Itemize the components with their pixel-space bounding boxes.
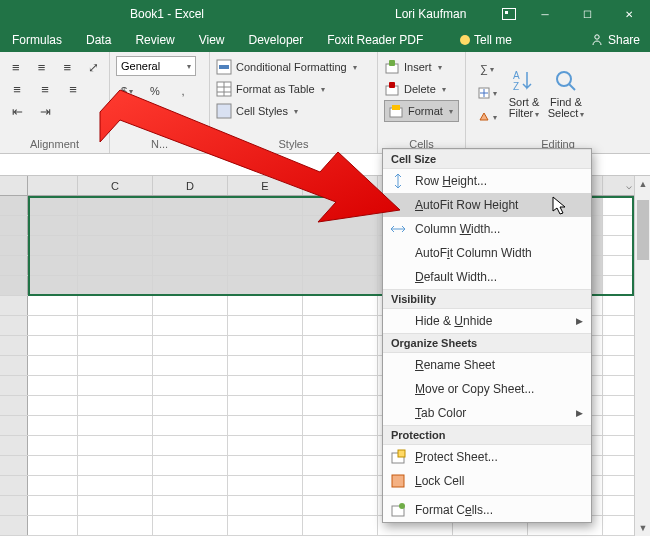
conditional-formatting-label: Conditional Formatting [236,61,347,73]
ribbon-display-options-icon[interactable] [494,0,524,28]
insert-cells-icon [384,59,400,75]
tell-me-search[interactable]: Tell me [460,33,512,47]
group-styles: Conditional Formatting▾ Format as Table▾… [210,52,378,153]
tab-data[interactable]: Data [74,28,123,52]
column-header-d[interactable]: D [153,176,228,195]
share-label: Share [608,33,640,47]
accounting-format-icon[interactable]: $ ▾ [116,80,138,102]
find-select-icon [552,67,580,95]
tab-developer[interactable]: Developer [237,28,316,52]
svg-line-18 [569,84,575,90]
share-button[interactable]: Share [590,33,640,47]
column-header-f[interactable]: F [303,176,378,195]
align-left-icon[interactable]: ≡ [6,78,28,100]
protect-sheet-icon [389,448,407,466]
decrease-indent-icon[interactable]: ⇤ [6,100,28,122]
delete-cells-button[interactable]: Delete▾ [384,78,459,100]
menu-lock-cell-label: Lock Cell [415,474,464,488]
menu-default-width[interactable]: Default Width... [383,265,591,289]
menu-autofit-row-label: AutoFit Row Height [415,198,518,212]
align-right-icon[interactable]: ≡ [62,78,84,100]
cell-styles-label: Cell Styles [236,105,288,117]
tell-me-label: Tell me [474,33,512,47]
find-select-button[interactable]: Find & Select▾ [546,58,586,128]
autosum-icon[interactable]: ∑▾ [476,58,498,80]
menu-column-width[interactable]: Column Width... [383,217,591,241]
submenu-arrow-icon: ▶ [576,316,583,326]
comma-format-icon[interactable]: , [172,80,194,102]
percent-format-icon[interactable]: % [144,80,166,102]
number-format-dropdown[interactable]: General ▾ [116,56,196,76]
increase-indent-icon[interactable]: ⇥ [34,100,56,122]
svg-point-23 [399,503,405,509]
close-button[interactable]: ✕ [608,0,650,28]
title-bar: Book1 - Excel Lori Kaufman ─ ☐ ✕ [0,0,650,28]
user-name: Lori Kaufman [395,7,466,21]
ribbon: ≡ ≡ ≡ ⤢ ≡ ≡ ≡ ⇤ ⇥ Alignment General ▾ [0,52,650,154]
align-center-icon[interactable]: ≡ [34,78,56,100]
menu-autofit-row-height[interactable]: AutoFit Row Height [383,193,591,217]
group-styles-label: Styles [216,136,371,153]
cell-styles-button[interactable]: Cell Styles▾ [216,100,371,122]
orientation-icon[interactable]: ⤢ [83,56,103,78]
menu-rename-sheet[interactable]: Rename Sheet [383,353,591,377]
format-cells-label: Format [408,105,443,117]
delete-cells-label: Delete [404,83,436,95]
menu-tab-color[interactable]: Tab Color ▶ [383,401,591,425]
svg-rect-11 [389,82,395,88]
menu-move-copy-label: Move or Copy Sheet... [415,382,534,396]
clear-icon[interactable]: ▾ [476,106,498,128]
column-header-e[interactable]: E [228,176,303,195]
row-height-icon [389,172,407,190]
menu-protect-sheet[interactable]: Protect Sheet... [383,445,591,469]
format-as-table-button[interactable]: Format as Table▾ [216,78,371,100]
sort-filter-button[interactable]: AZ Sort & Filter▾ [504,58,544,128]
column-header[interactable] [28,176,78,195]
menu-lock-cell[interactable]: Lock Cell [383,469,591,493]
formula-bar-collapse-icon[interactable]: ⌵ [626,180,632,191]
scroll-thumb[interactable] [637,200,649,260]
menu-column-width-label: Column Width... [415,222,500,236]
vertical-scrollbar[interactable]: ▲ ▼ [634,176,650,536]
menu-autofit-column-width[interactable]: AutoFit Column Width [383,241,591,265]
insert-cells-button[interactable]: Insert▾ [384,56,459,78]
tab-review[interactable]: Review [123,28,186,52]
menu-row-height[interactable]: Row Height... [383,169,591,193]
svg-rect-21 [392,475,404,487]
group-alignment-label: Alignment [6,136,103,153]
share-icon [590,33,604,47]
menu-rename-label: Rename Sheet [415,358,495,372]
conditional-formatting-button[interactable]: Conditional Formatting▾ [216,56,371,78]
minimize-button[interactable]: ─ [524,0,566,28]
svg-text:A: A [513,70,520,81]
tab-formulas[interactable]: Formulas [0,28,74,52]
scroll-down-icon[interactable]: ▼ [635,520,650,536]
menu-move-copy-sheet[interactable]: Move or Copy Sheet... [383,377,591,401]
format-as-table-icon [216,81,232,97]
fill-icon[interactable]: ▾ [476,82,498,104]
svg-rect-2 [219,65,229,69]
menu-format-cells[interactable]: Format Cells... [383,498,591,522]
submenu-arrow-icon: ▶ [576,408,583,418]
svg-rect-9 [389,60,395,66]
find-select-label: Find & Select [548,96,582,119]
column-header-c[interactable]: C [78,176,153,195]
align-top-icon[interactable]: ≡ [6,56,26,78]
select-all-corner[interactable] [0,176,28,195]
insert-cells-label: Insert [404,61,432,73]
group-cells: Insert▾ Delete▾ Format▾ Cells [378,52,466,153]
svg-point-0 [595,35,599,39]
decrease-decimal-icon[interactable]: .00 [144,102,166,124]
svg-rect-13 [392,105,400,110]
delete-cells-icon [384,81,400,97]
tab-view[interactable]: View [187,28,237,52]
align-middle-icon[interactable]: ≡ [32,56,52,78]
increase-decimal-icon[interactable]: .0→ [116,102,138,124]
format-cells-button[interactable]: Format▾ [384,100,459,122]
menu-format-cells-label: Format Cells... [415,503,493,517]
tab-foxit[interactable]: Foxit Reader PDF [315,28,435,52]
scroll-up-icon[interactable]: ▲ [635,176,650,192]
align-bottom-icon[interactable]: ≡ [58,56,78,78]
maximize-button[interactable]: ☐ [566,0,608,28]
menu-hide-unhide[interactable]: Hide & Unhide ▶ [383,309,591,333]
